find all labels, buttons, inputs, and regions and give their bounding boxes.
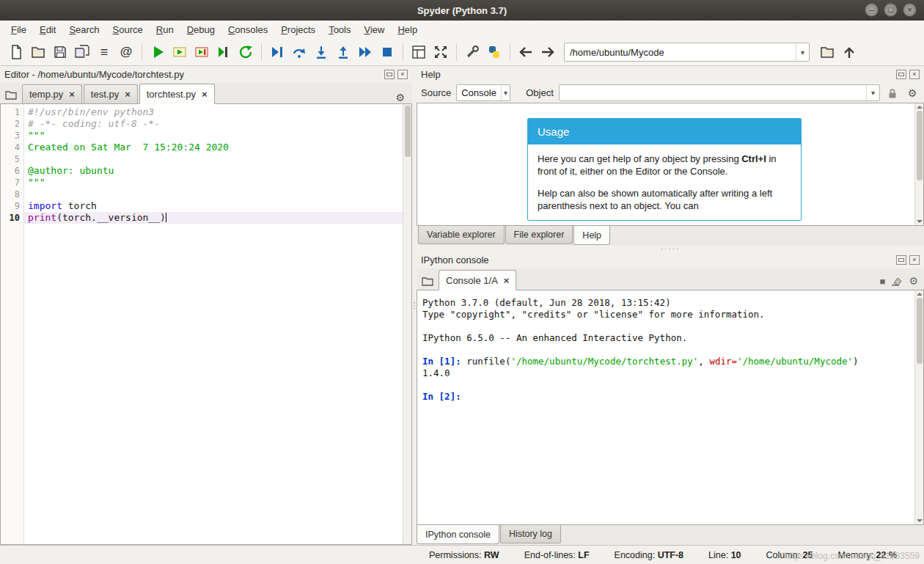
menu-source[interactable]: Source: [106, 22, 150, 37]
dropdown-arrow-icon[interactable]: ▾: [796, 43, 809, 61]
lock-icon[interactable]: [885, 86, 900, 100]
run-cell-and-advance-icon[interactable]: [191, 42, 212, 62]
console-scrollbar[interactable]: [914, 290, 923, 524]
menu-consoles[interactable]: Consoles: [221, 22, 274, 37]
close-pane-icon[interactable]: ×: [397, 70, 408, 79]
code-line-10[interactable]: print(torch.__version__): [24, 212, 403, 224]
dropdown-arrow-icon[interactable]: ▾: [866, 85, 879, 100]
forward-icon[interactable]: [538, 42, 558, 62]
interrupt-kernel-icon[interactable]: ■: [880, 276, 886, 287]
menu-file[interactable]: File: [4, 22, 33, 37]
console-line-4: IPython 6.5.0 -- An enhanced Interactive…: [422, 332, 909, 344]
close-pane-icon[interactable]: ×: [909, 255, 920, 265]
console-body[interactable]: Python 3.7.0 (default, Jun 28 2018, 13:1…: [417, 290, 924, 525]
menu-debug[interactable]: Debug: [180, 22, 221, 37]
menu-search[interactable]: Search: [62, 22, 106, 37]
menu-tools[interactable]: Tools: [322, 22, 357, 37]
continue-execution-icon[interactable]: [355, 42, 375, 62]
python-path-manager-icon[interactable]: [484, 42, 505, 62]
tab-help[interactable]: Help: [573, 226, 610, 245]
tab-close-icon[interactable]: ×: [125, 89, 131, 99]
editor-tab-temp-py[interactable]: temp.py×: [22, 84, 82, 103]
maximize-pane-icon[interactable]: [408, 42, 429, 62]
undock-pane-icon[interactable]: [384, 70, 395, 79]
code-line-9[interactable]: import torch: [24, 200, 403, 212]
editor-tab-torchtest-py[interactable]: torchtest.py×: [139, 84, 215, 104]
close-icon[interactable]: ×: [903, 3, 917, 17]
re-run-cell-icon[interactable]: [213, 42, 234, 62]
help-scrollbar[interactable]: [914, 103, 923, 225]
object-input[interactable]: ▾: [559, 84, 880, 101]
usage-card: Usage Here you can get help of any objec…: [527, 118, 802, 221]
browse-directory-icon[interactable]: [817, 42, 837, 62]
dropdown-arrow-icon[interactable]: ▾: [501, 85, 510, 100]
tab-history-log[interactable]: History log: [500, 525, 561, 543]
debug-file-icon[interactable]: [267, 42, 287, 62]
browse-tabs-icon[interactable]: [419, 272, 436, 290]
run-cell-icon[interactable]: [169, 42, 190, 62]
working-directory-combo[interactable]: /home/ubuntu/Mycode ▾: [564, 43, 810, 62]
menu-view[interactable]: View: [357, 22, 391, 37]
undock-pane-icon[interactable]: [896, 255, 906, 265]
editor-options-gear-icon[interactable]: ⚙: [391, 92, 409, 103]
preferences-icon[interactable]: [462, 42, 483, 62]
clear-console-icon[interactable]: [891, 276, 903, 286]
tab-file-explorer[interactable]: File explorer: [505, 226, 573, 244]
tab-close-icon[interactable]: ×: [504, 276, 510, 285]
code-line-4[interactable]: Created on Sat Mar 7 15:20:24 2020: [24, 142, 403, 153]
console-line-3: [422, 321, 909, 332]
menu-help[interactable]: Help: [391, 22, 424, 37]
menu-edit[interactable]: Edit: [33, 22, 62, 37]
browse-tabs-icon[interactable]: [3, 86, 19, 103]
console-options-gear-icon[interactable]: ⚙: [909, 275, 918, 287]
fullscreen-icon[interactable]: [430, 42, 451, 62]
menu-run[interactable]: Run: [150, 22, 180, 37]
editor-body[interactable]: 12345678910 #!/usr/bin/env python3# -*- …: [0, 104, 412, 545]
back-icon[interactable]: [516, 42, 536, 62]
minimize-icon[interactable]: –: [865, 3, 879, 17]
ipython-console-pane: IPython console × Console 1/A × ■ ⚙: [417, 252, 924, 545]
titlebar[interactable]: Spyder (Python 3.7) – □ ×: [0, 0, 924, 21]
code-line-7[interactable]: """: [24, 177, 403, 188]
stop-debugging-icon[interactable]: [377, 42, 397, 62]
file-switcher-icon[interactable]: ≡: [94, 42, 114, 62]
source-select[interactable]: Console ▾: [456, 84, 510, 101]
code-area[interactable]: #!/usr/bin/env python3# -*- coding: utf-…: [24, 104, 403, 544]
tab-ipython-console[interactable]: IPython console: [417, 525, 499, 544]
code-line-2[interactable]: # -*- coding: utf-8 -*-: [24, 118, 403, 130]
code-line-8[interactable]: [24, 188, 403, 200]
console-tab-label: Console 1/A: [446, 275, 498, 286]
editor-tab-test-py[interactable]: test.py×: [84, 84, 138, 103]
close-pane-icon[interactable]: ×: [909, 70, 920, 79]
console-tab[interactable]: Console 1/A ×: [439, 270, 516, 290]
help-options-gear-icon[interactable]: ⚙: [905, 86, 920, 100]
code-line-3[interactable]: """: [24, 130, 403, 142]
run-selection-icon[interactable]: [235, 42, 256, 62]
find-symbols-icon[interactable]: @: [116, 42, 136, 62]
console-line-5: [422, 344, 909, 356]
save-all-icon[interactable]: [72, 42, 92, 62]
code-line-1[interactable]: #!/usr/bin/env python3: [24, 106, 403, 118]
window-title: Spyder (Python 3.7): [0, 5, 924, 16]
open-file-icon[interactable]: [28, 42, 48, 62]
horizontal-splitter[interactable]: ·····: [417, 246, 924, 252]
tab-variable-explorer[interactable]: Variable explorer: [418, 226, 505, 244]
step-over-icon[interactable]: [289, 42, 309, 62]
step-into-icon[interactable]: [311, 42, 331, 62]
run-file-icon[interactable]: [147, 42, 168, 62]
editor-scrollbar[interactable]: [403, 104, 411, 544]
console-output[interactable]: Python 3.7.0 (default, Jun 28 2018, 13:1…: [417, 290, 914, 524]
parent-directory-icon[interactable]: [839, 42, 859, 62]
tab-close-icon[interactable]: ×: [202, 89, 208, 99]
save-file-icon[interactable]: [50, 42, 70, 62]
console-line-8: [422, 379, 909, 391]
menu-projects[interactable]: Projects: [274, 22, 322, 37]
maximize-icon[interactable]: □: [884, 3, 898, 17]
code-line-6[interactable]: @author: ubuntu: [24, 165, 403, 177]
tab-close-icon[interactable]: ×: [69, 89, 75, 99]
undock-pane-icon[interactable]: [896, 70, 906, 79]
code-line-5[interactable]: [24, 153, 403, 165]
status-column: Column: 25: [766, 550, 813, 560]
step-return-icon[interactable]: [333, 42, 353, 62]
new-file-icon[interactable]: [6, 42, 26, 62]
